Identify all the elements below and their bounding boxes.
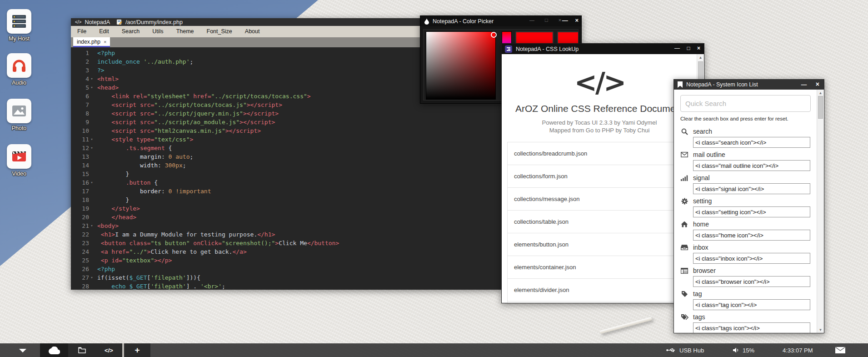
signal-icon: [680, 175, 688, 181]
fold-spacer: [89, 230, 95, 239]
list-item[interactable]: collections/form.json: [508, 165, 692, 187]
menu-item-search[interactable]: Search: [115, 26, 146, 37]
line-number: 13: [71, 152, 89, 161]
editor-file-path: /aor/Dummy/index.php: [125, 19, 183, 25]
scrollbar-thumb[interactable]: [818, 96, 823, 119]
saturation-value-square[interactable]: [426, 31, 496, 100]
tab-index-php[interactable]: index.php ×: [73, 37, 110, 47]
line-number: 3: [71, 66, 89, 75]
taskbar-app-code[interactable]: </>: [95, 343, 122, 357]
icon-list-items: searchmail outlinesignalsettinghomeinbox…: [680, 127, 811, 333]
code-line: 19 </style>: [71, 204, 503, 213]
list-item[interactable]: collections/breadcrumb.json: [508, 142, 692, 165]
fold-marker-icon[interactable]: ▾: [89, 144, 95, 152]
icon-name: signal: [693, 174, 710, 181]
tray-usb[interactable]: USB Hub: [666, 343, 704, 357]
desktop-icon-audio[interactable]: Audio: [1, 53, 37, 86]
chevron-down-icon[interactable]: [19, 349, 26, 352]
color-picker-title: NotepadA - Color Picker: [433, 18, 494, 25]
css-lookup-subtitle2: Mapped from Go to PHP by Toby Chui: [502, 126, 697, 134]
icon-list-scrollbar[interactable]: ▲ ▼: [817, 90, 824, 333]
code-text: echo $_GET['filepath'] . '<br>';: [97, 282, 225, 291]
icon-list-item-header: search: [680, 127, 811, 136]
fold-spacer: [89, 161, 95, 170]
fold-marker-icon[interactable]: ▾: [89, 221, 95, 230]
fold-marker-icon[interactable]: ▾: [89, 178, 95, 187]
fold-marker-icon[interactable]: ▾: [89, 75, 95, 83]
menu-item-file[interactable]: File: [71, 26, 93, 37]
icon-code-input[interactable]: [693, 230, 810, 241]
line-number: 2: [71, 57, 89, 66]
icon-list-titlebar[interactable]: NotepadA - System Icon List — ×: [674, 80, 824, 90]
scroll-up-icon[interactable]: ▲: [697, 54, 704, 60]
minimize-button[interactable]: —: [801, 81, 807, 88]
fold-spacer: [89, 265, 95, 273]
menu-item-about[interactable]: About: [239, 26, 266, 37]
close-button[interactable]: ×: [816, 80, 819, 88]
tray-messages[interactable]: [835, 343, 845, 357]
envelope-icon: [835, 347, 845, 353]
menu-item-font-size[interactable]: Font_Size: [200, 26, 239, 37]
fold-spacer: [89, 196, 95, 204]
list-item[interactable]: elements/divider.json: [508, 278, 692, 301]
fold-spacer: [89, 239, 95, 247]
scroll-down-icon[interactable]: ▼: [817, 328, 824, 332]
desktop-icon-photo[interactable]: Photo: [1, 99, 37, 131]
icon-list-item-header: tag: [680, 290, 811, 298]
fold-spacer: [89, 92, 95, 101]
code-line: 26<?php: [71, 265, 503, 273]
icon-code-input[interactable]: [693, 299, 810, 310]
menu-item-utils[interactable]: Utils: [146, 26, 170, 37]
icon-code-input[interactable]: [693, 206, 810, 217]
list-item[interactable]: elements/container.json: [508, 256, 692, 278]
tray-clock[interactable]: 4:33:07 PM: [783, 343, 813, 357]
taskbar-app-cloud[interactable]: [40, 343, 68, 357]
quick-search-input[interactable]: [680, 95, 811, 112]
minimize-button[interactable]: —: [562, 17, 568, 24]
close-button[interactable]: ×: [697, 45, 700, 51]
maximize-button[interactable]: □: [687, 45, 690, 51]
code-text: ?>: [97, 66, 105, 75]
fold-marker-icon[interactable]: ▾: [89, 83, 95, 92]
taskbar-add-button[interactable]: +: [124, 343, 150, 357]
color-cursor[interactable]: [491, 32, 497, 38]
color-picker-titlebar[interactable]: NotepadA - Color Picker — □ × — ×: [420, 16, 581, 26]
icon-code-input[interactable]: [693, 160, 810, 171]
icon-name: tag: [693, 290, 702, 297]
list-item[interactable]: elements/button.json: [508, 233, 692, 256]
search-icon: [680, 128, 688, 135]
scroll-up-icon[interactable]: ▲: [817, 90, 824, 95]
taskbar-app-files[interactable]: [68, 343, 95, 357]
icon-list-item-header: mail outline: [680, 151, 811, 159]
line-number: 20: [71, 213, 89, 221]
code-text: <link rel="stylesheet" href="../script/t…: [97, 92, 311, 101]
fold-spacer: [89, 152, 95, 161]
tray-volume[interactable]: 15%: [733, 343, 754, 357]
fold-marker-icon[interactable]: ▾: [89, 135, 95, 144]
close-button[interactable]: ×: [575, 17, 579, 24]
speaker-icon: [733, 347, 739, 353]
desktop-icon-my-host[interactable]: My Host: [1, 9, 37, 42]
icon-code-input[interactable]: [693, 183, 810, 194]
list-item[interactable]: collections/message.json: [508, 187, 692, 210]
menu-item-theme[interactable]: Theme: [170, 26, 200, 37]
minimize-button[interactable]: —: [674, 45, 680, 51]
icon-code-input[interactable]: [693, 276, 810, 287]
icon-name: tags: [693, 313, 705, 321]
menu-item-edit[interactable]: Edit: [93, 26, 115, 37]
icon-code-input[interactable]: [693, 253, 810, 264]
css-lookup-titlebar[interactable]: NotepadA - CSS LookUp — □ ×: [502, 44, 704, 54]
icon-name: setting: [693, 197, 712, 205]
fold-spacer: [89, 247, 95, 256]
code-line: 14 width: 300px;: [71, 161, 503, 170]
tab-close-icon[interactable]: ×: [104, 39, 106, 45]
fold-marker-icon[interactable]: ▾: [89, 273, 95, 282]
icon-code-input[interactable]: [693, 137, 810, 148]
icon-code-input[interactable]: [693, 322, 810, 333]
code-logo-icon: </>: [502, 65, 697, 100]
desktop-icon-label: Video: [1, 171, 37, 177]
desktop-icon-video[interactable]: Video: [1, 144, 37, 177]
code-line: 21▾<body>: [71, 221, 503, 230]
line-number: 7: [71, 101, 89, 109]
list-item[interactable]: collections/table.json: [508, 210, 692, 233]
